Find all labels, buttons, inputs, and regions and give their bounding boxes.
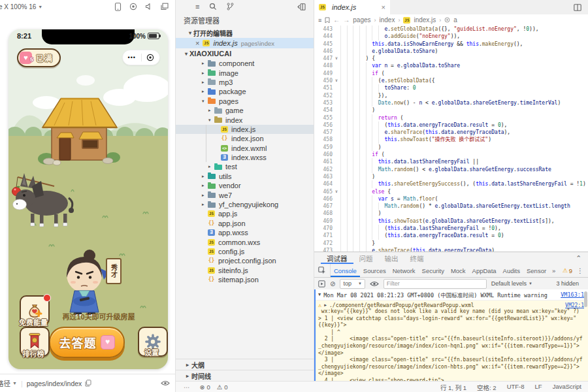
code-line[interactable]: 444 o.addGuide("noEnergy")),: [314, 33, 588, 40]
warnings-indicator[interactable]: ⚠ 0: [217, 384, 228, 391]
source-link[interactable]: VM22:1: [565, 302, 584, 308]
tree-item-yf_chengyujiekong[interactable]: ▸yf_chengyujiekong: [176, 200, 314, 209]
warning-count-badge[interactable]: ⚠ 9: [563, 267, 572, 274]
speaker-icon[interactable]: [145, 3, 153, 10]
tree-item-mp3[interactable]: ▸mp3: [176, 78, 314, 87]
tree-item-sitemap.json[interactable]: {}sitemap.json: [176, 275, 314, 284]
tree-item-index.json[interactable]: {}index.json: [176, 134, 314, 143]
code-line[interactable]: 443 e.setGlobalData(a({}, "guideList.noE…: [314, 25, 588, 33]
devtools-tab-console[interactable]: Console: [331, 264, 360, 277]
errors-indicator[interactable]: ⊗ 0: [200, 384, 210, 391]
tree-item-project.config.json[interactable]: {}project.config.json: [176, 256, 314, 265]
device-selector[interactable]: e X 100% 16: [0, 3, 36, 10]
tree-item-index[interactable]: ▾index: [176, 115, 314, 124]
project-root-item[interactable]: ▾ XIAOXIUCAI: [176, 48, 314, 59]
log-levels-selector[interactable]: Default levels▼: [491, 280, 532, 287]
close-icon[interactable]: ×: [382, 3, 385, 11]
tree-item-test[interactable]: ▸test: [176, 162, 314, 171]
lives-pill[interactable]: ♥5 已满: [17, 48, 61, 67]
tree-item-vendor[interactable]: ▸vendor: [176, 181, 314, 190]
code-line[interactable]: 459 ): [314, 144, 588, 151]
hidden-messages-count[interactable]: 3 hidden: [556, 280, 584, 287]
tree-item-common.wxs[interactable]: JScommon.wxs: [176, 237, 314, 246]
code-line[interactable]: 471 (this.data.energyTraceData.result = …: [314, 232, 588, 239]
code-line[interactable]: 447∨ ) {: [314, 55, 588, 62]
code-line[interactable]: 454 ): [314, 106, 588, 114]
tree-item-we7[interactable]: ▸we7: [176, 190, 314, 199]
debugger-tab-4[interactable]: 终端: [404, 252, 430, 264]
code-line[interactable]: 445 this.data.isShowEarnEnergy && this.m…: [314, 41, 588, 48]
code-line[interactable]: 472 }: [314, 240, 588, 247]
tree-item-pages[interactable]: ▾pages: [176, 97, 314, 106]
code-line[interactable]: 465∨ else {: [314, 188, 588, 195]
console-warning-block[interactable]: ⚠ ▶ ./component/getRewardPopup/getReward…: [316, 301, 588, 382]
git-branch-icon[interactable]: [227, 3, 234, 10]
tree-item-component[interactable]: ▸component: [176, 59, 314, 68]
tree-item-game[interactable]: ▸game: [176, 106, 314, 115]
open-editors-section[interactable]: ▾ 打开的编辑器: [176, 27, 314, 38]
breadcrumb-symbol[interactable]: a: [453, 16, 457, 24]
devtools-tab-network[interactable]: Network: [389, 264, 419, 277]
code-line[interactable]: 452 }),: [314, 92, 588, 99]
timeline-section[interactable]: ▸ 时间线: [176, 370, 314, 381]
status-item[interactable]: UTF-8: [507, 383, 525, 392]
code-line[interactable]: 463 ): [314, 173, 588, 180]
code-line[interactable]: 448 var n = e.globalData.toShare: [314, 62, 588, 69]
devtools-tab-appdata[interactable]: AppData: [469, 264, 500, 277]
tree-item-app.wxss[interactable]: ∃app.wxss: [176, 228, 314, 237]
tab-index-js[interactable]: JS index.js ×: [314, 0, 390, 14]
devtools-tab-mock[interactable]: Mock: [448, 264, 469, 277]
code-line[interactable]: 457 e.shareTrace(this.data.energyTraceDa…: [314, 129, 588, 136]
code-line[interactable]: 462 Math.random() < e.globalData.shareGe…: [314, 166, 588, 173]
breadcrumb-pages[interactable]: pages: [353, 16, 370, 24]
more-menu-button[interactable]: •••: [123, 51, 141, 64]
code-line[interactable]: 464 this.shareGetEnergySuccess(), (this.…: [314, 180, 588, 188]
code-line[interactable]: 451 toShare: 0: [314, 84, 588, 91]
code-line[interactable]: 467 Math.random() * e.globalData.shareGe…: [314, 203, 588, 210]
breadcrumb-file[interactable]: index.js: [414, 16, 436, 24]
kebab-menu-icon[interactable]: ⋮: [575, 267, 585, 274]
tree-item-config.js[interactable]: JSconfig.js: [176, 247, 314, 256]
console-log-row[interactable]: ▼ Mon Mar 08 2021 08:21:23 GMT+0800 (中国标…: [316, 289, 588, 301]
path-mode-selector[interactable]: 路径: [0, 378, 10, 388]
code-line[interactable]: 461 this.data.lastShareEnergyFail ||: [314, 158, 588, 165]
source-link[interactable]: VM163:1: [561, 291, 584, 298]
phone-icon[interactable]: [114, 3, 122, 11]
context-selector[interactable]: top▼: [340, 279, 365, 289]
tree-item-index.wxss[interactable]: ∃index.wxss: [176, 153, 314, 162]
outline-section[interactable]: ▸ 大纲: [176, 359, 314, 370]
code-line[interactable]: 450∨ (e.setGlobalData({: [314, 77, 588, 84]
go-answer-button[interactable]: 去答题 ♥: [49, 327, 125, 358]
eval-frame-icon[interactable]: [318, 280, 325, 287]
code-line[interactable]: 473 e.shareTrace(this.data.energyTraceDa…: [314, 247, 588, 252]
filter-input[interactable]: [384, 279, 487, 289]
fold-marker[interactable]: ∨: [333, 55, 340, 62]
bookmark-icon[interactable]: [325, 17, 330, 24]
code-line[interactable]: 456 (this.data.energyTraceData.result = …: [314, 122, 588, 129]
breadcrumb-index[interactable]: index: [380, 16, 395, 24]
tree-item-package[interactable]: ▸package: [176, 87, 314, 96]
tree-item-app.js[interactable]: JSapp.js: [176, 209, 314, 218]
collapse-panel-icon[interactable]: ⌃: [576, 254, 581, 262]
back-icon[interactable]: ←: [333, 16, 340, 24]
devtools-tab-sources[interactable]: Sources: [360, 264, 389, 277]
split-editor-icon[interactable]: [574, 4, 581, 11]
cascade-window-icon[interactable]: [161, 3, 169, 10]
status-item[interactable]: 行 1, 列 1: [440, 383, 466, 392]
debugger-tab-1[interactable]: 调试器: [321, 252, 353, 264]
tree-item-index.wxml[interactable]: <>index.wxml: [176, 144, 314, 153]
tree-item-siteinfo.js[interactable]: JSsiteinfo.js: [176, 266, 314, 275]
code-line[interactable]: 468 ): [314, 210, 588, 217]
code-line[interactable]: 470 (this.data.lastShareEnergyFail = !0)…: [314, 225, 588, 232]
code-line[interactable]: 458 this.showToast("操作失败 换个群试试"): [314, 136, 588, 143]
tree-item-image[interactable]: ▸image: [176, 68, 314, 77]
fold-marker[interactable]: ∨: [333, 77, 340, 84]
more-actions-icon[interactable]: ⋯: [184, 384, 191, 391]
code-line[interactable]: 449 if (: [314, 70, 588, 77]
copy-icon[interactable]: [85, 380, 91, 387]
record-icon[interactable]: [129, 3, 137, 10]
clear-console-icon[interactable]: ⊘: [330, 280, 335, 287]
tree-item-index.js[interactable]: JSindex.js: [176, 125, 314, 134]
expand-twisty-icon[interactable]: ▶: [324, 302, 327, 308]
tree-item-app.json[interactable]: {}app.json: [176, 219, 314, 228]
